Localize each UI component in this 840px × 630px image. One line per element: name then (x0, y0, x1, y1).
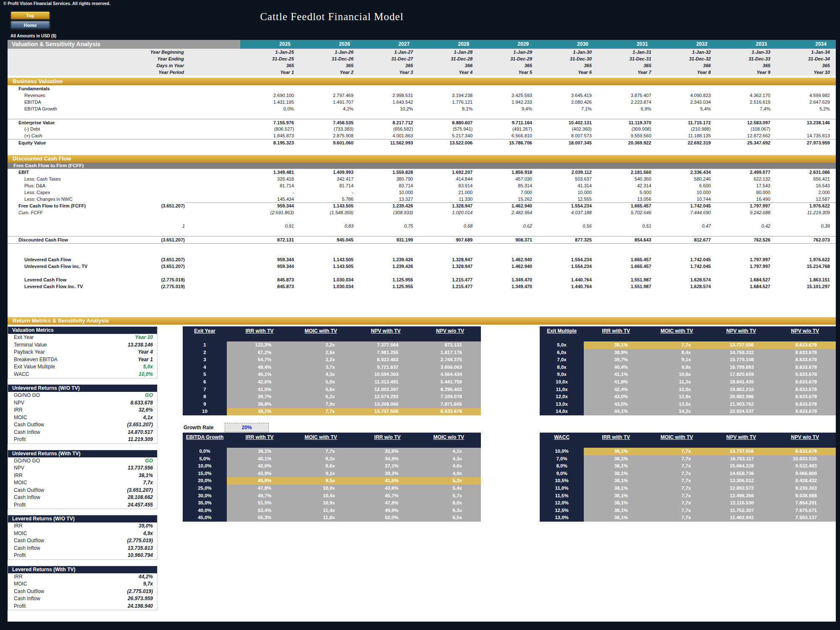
cell: 1.684.527 (717, 276, 776, 283)
row-key: 45,0% (183, 514, 227, 522)
cell (360, 85, 419, 92)
cell: 1.665.457 (598, 263, 657, 270)
table-row: Unlevered Cash Flow(3.651.207)959.3441.1… (8, 256, 836, 263)
cell: 2.499.077 (717, 169, 776, 176)
cell: 3.194.238 (419, 92, 478, 99)
metric-value: (3.651.207) (127, 421, 157, 429)
cell: 1.239.426 (360, 256, 419, 263)
cell: (108.067) (717, 126, 776, 132)
cell: 17.543 (717, 182, 776, 189)
panel-col-header: IRR with TV (227, 326, 290, 336)
cell: 5,2% (776, 105, 836, 112)
row-key: 1 (183, 341, 227, 349)
cell: 43,5% (584, 401, 647, 408)
cell: 55,3% (227, 514, 290, 522)
cell: 12,8x (647, 393, 710, 401)
cell: 10,4x (290, 492, 354, 500)
row-label: Free Cash Flow to Firm (FCFF)(3.651.207) (8, 202, 185, 209)
cell: 38,1% (584, 514, 647, 522)
row-key: 8,0x (540, 364, 584, 371)
section-bar-business-valuation: Business Valuation (8, 78, 836, 85)
cell: 38,1% (584, 477, 647, 485)
cell: 39,3% (354, 470, 417, 478)
cell: Year 8 (657, 69, 717, 76)
table-row: Enterprise Value7.155.9767.458.5358.217.… (8, 119, 836, 126)
cell: 1.328.947 (419, 263, 478, 270)
row-key: 15,0% (183, 470, 227, 478)
cell: 7,7x (290, 448, 354, 455)
cell: 12.892.572 (710, 485, 773, 492)
cell: Year 2 (300, 69, 360, 76)
cell: 8.633.678 (773, 401, 836, 408)
cell: 31-Dec-28 (419, 55, 478, 62)
cell: 4.037.188 (538, 209, 598, 216)
metric-label: Profit (8, 552, 26, 559)
sensitivity-row: 11,0x42,4%12,0x19.862.2108.633.678 (540, 386, 836, 394)
sensitivity-row: 0,0%38,1%7,7x32,6%4,1x (183, 448, 481, 455)
cell: 4.564.434 (417, 371, 481, 378)
growth-rate-input[interactable]: 20% (225, 423, 269, 432)
cell: 13.327 (360, 196, 419, 203)
row-key: 35,0% (183, 499, 227, 507)
cell: 16.490 (717, 196, 776, 203)
sensitivity-row: 10,5%38,1%7,7x13.306.0128.428.432 (540, 477, 836, 485)
cell: 366 (657, 62, 717, 69)
panel-col-header: MOIC with TV (647, 433, 710, 443)
table-header-row: Valuation & Sensitivity Analysis 2025202… (8, 40, 836, 49)
cell: 656.421 (776, 176, 836, 182)
table-row (8, 146, 836, 152)
sensitivity-row: 35,0%51,5%10,9x47,8%6,0x (183, 499, 481, 507)
year-header: 2032 (657, 40, 717, 49)
row-key: 3 (183, 356, 227, 364)
row-label: Less: Changes in NWC (8, 196, 185, 203)
cell (717, 85, 776, 92)
cell: 762.073 (776, 236, 836, 244)
metric-row: Terminal Value13.238.146 (8, 341, 157, 349)
cell: 8.922.463 (354, 356, 417, 364)
cell: 1.491.707 (300, 99, 360, 105)
metric-label: IRR (8, 407, 23, 414)
row-label: Fundamentals (8, 85, 185, 92)
cell: 1.462.940 (478, 263, 538, 270)
sensitivity-row: 10,0%42,0%8,6x37,1%4,6x (183, 462, 481, 470)
row-key: 10,0% (183, 462, 227, 470)
cell: 0,42 (717, 223, 776, 229)
sensitivity-row: 9,0x41,1%10,6x17.820.6598.633.678 (540, 371, 836, 378)
cell: 1.665.457 (598, 256, 657, 263)
cell: 1.942.233 (478, 99, 538, 105)
cell: 414.844 (419, 176, 478, 182)
cell: 45,7% (354, 492, 417, 500)
year-header: 2025 (240, 40, 300, 49)
sensitivity-row: 20,0%45,9%9,5x41,5%5,2x (183, 477, 481, 485)
cell: Year 7 (598, 69, 657, 76)
cell: 4,3x (417, 455, 481, 463)
cell: 0,56 (538, 223, 598, 229)
cell: (491.267) (478, 126, 538, 132)
sensitivity-row: 13,0x43,5%13,5x21.903.7628.633.678 (540, 401, 836, 408)
metric-label: MOIC (8, 530, 27, 538)
cell: 47,8% (354, 499, 417, 507)
metric-value: 39,0% (139, 522, 157, 530)
cell: 4,2% (300, 105, 360, 112)
table-row (8, 229, 836, 236)
cell: 9.066.800 (773, 470, 836, 478)
cell: 15.786.706 (478, 139, 538, 146)
business-valuation-rows: FundamentalsRevenues2.690.1002.797.4692.… (8, 85, 836, 152)
cell: 41,0% (227, 386, 290, 394)
row-label: Unlevered Cash Flow inc. TV(3.651.207) (8, 263, 185, 270)
cell: 10.594.303 (354, 371, 417, 378)
row-label: Revenues (8, 92, 185, 99)
sensitivity-row: 8,0%38,1%7,7x15.664.2269.532.403 (540, 462, 836, 470)
cell: 0,0% (240, 105, 300, 112)
metric-value: 32,6% (139, 407, 157, 414)
row-key: 40,0% (183, 507, 227, 514)
metric-row: MOIC7,7x (8, 479, 157, 487)
cell: 18.841.435 (710, 378, 773, 386)
cell: 10.744 (657, 196, 717, 203)
cell: 4,1x (417, 448, 481, 455)
cell: 31-Dec-25 (240, 55, 300, 62)
panel-col-header: NPV with TV (710, 433, 773, 443)
cell: 39,7% (584, 356, 647, 364)
panel-col-header: NPV with TV (354, 326, 417, 336)
cell: 0,75 (360, 223, 419, 229)
